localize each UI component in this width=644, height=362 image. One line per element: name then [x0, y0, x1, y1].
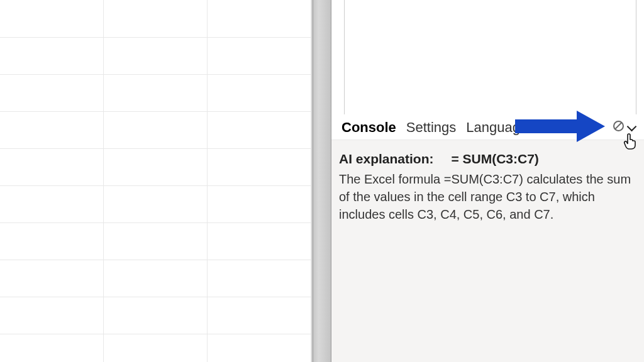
cell[interactable] [0, 37, 104, 74]
block-icon[interactable] [613, 121, 624, 131]
explanation-label: AI explanation: [339, 151, 434, 166]
cell[interactable] [208, 37, 311, 74]
explanation-body: The Excel formula =SUM(C3:C7) calculates… [339, 170, 636, 223]
cell[interactable] [0, 297, 104, 334]
cell[interactable] [208, 222, 311, 260]
cell[interactable] [0, 148, 104, 185]
cell[interactable] [104, 185, 208, 222]
annotation-arrow [515, 113, 606, 138]
cell[interactable] [0, 334, 104, 362]
cell[interactable] [104, 111, 208, 148]
cell[interactable] [0, 111, 104, 148]
cell[interactable] [104, 222, 208, 260]
cell[interactable] [208, 260, 311, 297]
console-content: AI explanation: = SUM(C3:C7) The Excel f… [331, 140, 644, 362]
cell[interactable] [208, 148, 311, 185]
cell[interactable] [0, 260, 104, 297]
spreadsheet-pane [0, 0, 313, 362]
cell[interactable] [104, 74, 208, 111]
cell[interactable] [208, 111, 311, 148]
cell[interactable] [104, 334, 208, 362]
cell[interactable] [104, 260, 208, 297]
formula-text: = SUM(C3:C7) [451, 151, 538, 166]
panel-upper-area [344, 0, 636, 114]
cell[interactable] [208, 0, 311, 37]
vertical-scrollbar[interactable] [313, 0, 331, 362]
cell[interactable] [0, 185, 104, 222]
chevron-down-icon[interactable] [626, 123, 636, 129]
cursor-hand-icon [623, 133, 638, 153]
tab-settings[interactable]: Settings [401, 118, 462, 137]
spreadsheet-grid[interactable] [0, 0, 311, 362]
cell[interactable] [0, 74, 104, 111]
cell[interactable] [104, 37, 208, 74]
cell[interactable] [208, 297, 311, 334]
app-root: Console Settings Language AI explanation… [0, 0, 644, 362]
side-panel: Console Settings Language AI explanation… [331, 0, 644, 362]
explanation-header: AI explanation: = SUM(C3:C7) [339, 151, 636, 167]
cell[interactable] [208, 185, 311, 222]
cell[interactable] [0, 0, 104, 37]
tab-console[interactable]: Console [336, 118, 401, 137]
cell[interactable] [104, 148, 208, 185]
cell[interactable] [208, 74, 311, 111]
cell[interactable] [208, 334, 311, 362]
panel-action-icons [613, 121, 636, 131]
cell[interactable] [104, 0, 208, 37]
cell[interactable] [104, 297, 208, 334]
cell[interactable] [0, 222, 104, 260]
